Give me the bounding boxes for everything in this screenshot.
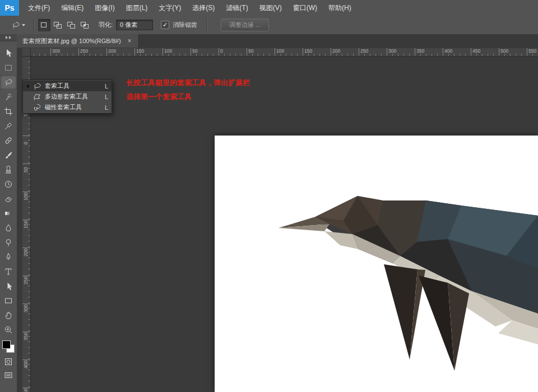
tool-crop[interactable] bbox=[0, 104, 17, 119]
tool-eraser[interactable] bbox=[0, 192, 17, 206]
subtract-selection-icon bbox=[67, 21, 76, 30]
tool-preset-picker[interactable] bbox=[6, 18, 30, 32]
tool-blur[interactable] bbox=[0, 221, 17, 235]
lasso-tool-flyout: 套索工具L多边形套索工具L磁性套索工具L bbox=[22, 80, 112, 114]
antialias-option[interactable]: ✓ 消除锯齿 bbox=[161, 21, 197, 29]
hruler-label: 550 bbox=[527, 48, 536, 56]
flyout-item-0[interactable]: 套索工具L bbox=[23, 81, 112, 91]
color-swatches[interactable] bbox=[0, 339, 17, 355]
intersect-selection-button[interactable] bbox=[78, 19, 91, 31]
separator bbox=[34, 18, 35, 32]
annotation-text: 长按工具箱里的套索工具，弹出扩展栏 选择第一个套索工具 bbox=[126, 76, 250, 104]
lasso-icon bbox=[11, 21, 20, 30]
menubar-item-8[interactable]: 窗口(W) bbox=[287, 0, 323, 16]
antialias-checkbox[interactable]: ✓ bbox=[161, 21, 169, 29]
tool-rectangular-marquee[interactable] bbox=[0, 60, 17, 75]
toolbar-collapse-button[interactable] bbox=[0, 34, 17, 41]
tool-history-brush[interactable] bbox=[0, 177, 17, 192]
tool-eyedropper[interactable] bbox=[0, 119, 17, 133]
hruler-label: 500 bbox=[499, 48, 508, 56]
eraser-icon bbox=[4, 194, 13, 203]
eyedropper-icon bbox=[4, 122, 13, 130]
vruler-label: 50 bbox=[23, 167, 29, 172]
pen-icon bbox=[4, 253, 13, 262]
add-selection-icon bbox=[53, 21, 62, 30]
new-selection-button[interactable] bbox=[38, 19, 50, 31]
magic-wand-icon bbox=[4, 92, 13, 101]
document-tab-title: 套索抠图素材.jpg @ 100%(RGB/8#) bbox=[22, 37, 121, 45]
hruler-label: 250 bbox=[78, 48, 88, 56]
document-canvas[interactable] bbox=[215, 136, 538, 392]
tool-hand[interactable] bbox=[0, 308, 17, 323]
flyout-item-shortcut: L bbox=[105, 83, 108, 90]
polygon-lasso-icon bbox=[33, 92, 41, 101]
hruler-label: 250 bbox=[359, 48, 368, 56]
dodge-icon bbox=[4, 238, 13, 247]
refine-edge-button[interactable]: 调整边缘 ... bbox=[221, 18, 269, 31]
document-tab[interactable]: 套索抠图素材.jpg @ 100%(RGB/8#) × bbox=[17, 34, 139, 48]
hruler-label: 100 bbox=[275, 48, 284, 56]
crop-icon bbox=[4, 107, 13, 116]
tool-healing-brush[interactable] bbox=[0, 133, 17, 148]
antialias-label: 消除锯齿 bbox=[173, 21, 197, 29]
feather-input[interactable]: 0 像素 bbox=[116, 20, 153, 30]
menubar-item-6[interactable]: 滤镜(T) bbox=[220, 0, 253, 16]
hand-icon bbox=[4, 311, 13, 320]
tool-type[interactable] bbox=[0, 264, 17, 279]
ruler-corner bbox=[22, 48, 31, 57]
menubar-item-3[interactable]: 图层(L) bbox=[120, 0, 154, 16]
annotation-line-2: 选择第一个套索工具 bbox=[126, 90, 250, 104]
vruler-label: 100 bbox=[23, 193, 29, 200]
tool-shape[interactable] bbox=[0, 293, 17, 308]
zoom-icon bbox=[4, 325, 13, 334]
vruler-label: 0 bbox=[23, 142, 29, 144]
gradient-icon bbox=[4, 209, 13, 218]
tool-lasso[interactable] bbox=[0, 75, 17, 90]
tool-path-selection[interactable] bbox=[0, 279, 17, 293]
menu-items: 文件(F)编辑(E)图像(I)图层(L)文字(Y)选择(S)滤镜(T)视图(V)… bbox=[22, 0, 357, 16]
tool-move[interactable] bbox=[0, 46, 17, 60]
flyout-item-1[interactable]: 多边形套索工具L bbox=[23, 91, 112, 102]
subtract-selection-button[interactable] bbox=[65, 19, 77, 31]
hruler-label: 450 bbox=[471, 48, 480, 56]
type-icon bbox=[4, 267, 13, 276]
flyout-item-2[interactable]: 磁性套索工具L bbox=[23, 102, 112, 113]
horizontal-ruler[interactable]: 3002502001501005005010015020025030035040… bbox=[22, 48, 538, 57]
foreground-color-swatch[interactable] bbox=[2, 340, 11, 349]
tool-brush[interactable] bbox=[0, 148, 17, 162]
menubar-item-2[interactable]: 图像(I) bbox=[89, 0, 120, 16]
menubar-item-1[interactable]: 编辑(E) bbox=[55, 0, 89, 16]
menubar-item-9[interactable]: 帮助(H) bbox=[323, 0, 357, 16]
tool-gradient[interactable] bbox=[0, 206, 17, 221]
tool-clone-stamp[interactable] bbox=[0, 162, 17, 177]
tool-magic-wand[interactable] bbox=[0, 90, 17, 104]
current-tool-marker bbox=[25, 85, 30, 87]
shape-icon bbox=[4, 296, 13, 305]
document-tab-bar: 套索抠图素材.jpg @ 100%(RGB/8#) × bbox=[17, 34, 538, 48]
marquee-icon bbox=[4, 63, 13, 72]
menubar-item-0[interactable]: 文件(F) bbox=[22, 0, 55, 16]
brush-icon bbox=[4, 151, 13, 160]
quick-mask-button[interactable] bbox=[0, 355, 17, 368]
intersect-selection-icon bbox=[80, 21, 89, 30]
healing-brush-icon bbox=[4, 136, 13, 145]
workspace: 3002502001501005005010015020025030035040… bbox=[17, 48, 538, 392]
tool-dodge[interactable] bbox=[0, 235, 17, 250]
vruler-label: 450 bbox=[23, 389, 29, 392]
menubar-item-5[interactable]: 选择(S) bbox=[187, 0, 220, 16]
tool-pen[interactable] bbox=[0, 250, 17, 264]
close-icon[interactable]: × bbox=[127, 37, 133, 45]
annotation-line-1: 长按工具箱里的套索工具，弹出扩展栏 bbox=[126, 76, 250, 90]
screen-mode-icon bbox=[4, 371, 13, 380]
menu-bar: Ps 文件(F)编辑(E)图像(I)图层(L)文字(Y)选择(S)滤镜(T)视图… bbox=[0, 0, 538, 16]
screen-mode-button[interactable] bbox=[0, 368, 17, 382]
add-selection-button[interactable] bbox=[52, 19, 64, 31]
menubar-item-7[interactable]: 视图(V) bbox=[254, 0, 287, 16]
options-bar: 羽化: 0 像素 ✓ 消除锯齿 调整边缘 ... bbox=[0, 16, 538, 35]
tool-zoom[interactable] bbox=[0, 323, 17, 337]
blur-icon bbox=[4, 223, 13, 232]
flyout-item-label: 磁性套索工具 bbox=[45, 103, 103, 111]
lasso-icon bbox=[4, 78, 13, 87]
quick-mask-icon bbox=[4, 357, 13, 366]
menubar-item-4[interactable]: 文字(Y) bbox=[153, 0, 187, 16]
